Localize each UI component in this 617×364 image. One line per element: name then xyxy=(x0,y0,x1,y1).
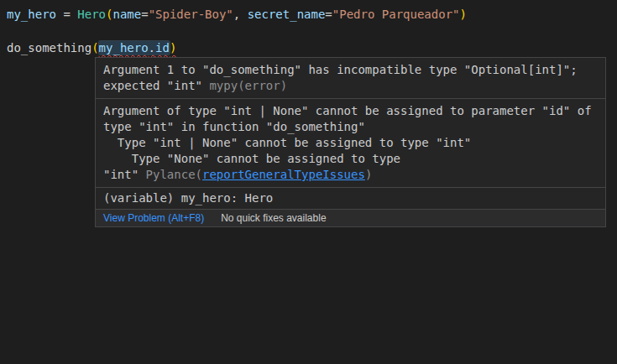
kwarg-name-token: name xyxy=(112,8,141,21)
tooltip-status-bar: View Problem (Alt+F8) No quick fixes ava… xyxy=(96,209,605,226)
code-line-blank[interactable] xyxy=(7,23,617,39)
variable-token: my_hero xyxy=(99,41,149,55)
kwarg-name-token: secret_name xyxy=(248,8,326,21)
view-problem-link[interactable]: View Problem (Alt+F8) xyxy=(103,212,204,224)
error-range: my_hero.id) xyxy=(99,41,177,55)
open-paren-token: ( xyxy=(92,41,98,55)
dot-token: . xyxy=(149,41,155,55)
variable-type-text: (variable) my_hero: Hero xyxy=(103,191,273,205)
report-general-type-issues-link[interactable]: reportGeneralTypeIssues xyxy=(202,168,365,181)
hover-tooltip: Argument 1 to "do_something" has incompa… xyxy=(95,57,606,227)
attribute-token: id xyxy=(155,41,170,55)
mypy-source-label: mypy(error) xyxy=(209,79,287,92)
variable-token: my_hero xyxy=(7,8,56,21)
comma-token: , xyxy=(233,8,248,21)
code-editor[interactable]: my_hero = Hero(name="Spider-Boy", secret… xyxy=(0,0,617,364)
mypy-diagnostic-message: Argument 1 to "do_something" has incompa… xyxy=(103,63,578,92)
code-line-3[interactable]: do_something(my_hero.id) xyxy=(7,39,617,56)
close-paren-token: ) xyxy=(170,41,176,55)
pylance-diagnostic-section: Argument of type "int | None" cannot be … xyxy=(96,98,605,187)
string-token: "Spider-Boy" xyxy=(149,8,233,21)
variable-type-info: (variable) my_hero: Hero xyxy=(96,187,605,209)
code-line-1[interactable]: my_hero = Hero(name="Spider-Boy", secret… xyxy=(7,6,617,23)
mypy-diagnostic-section: Argument 1 to "do_something" has incompa… xyxy=(96,58,605,98)
class-token: Hero xyxy=(77,8,106,21)
pylance-source-prefix: Pylance( xyxy=(146,168,202,181)
no-quick-fixes-label: No quick fixes available xyxy=(221,212,326,224)
close-paren-token: ) xyxy=(460,8,467,21)
operator-token: = xyxy=(56,8,77,21)
equals-token: = xyxy=(325,8,332,21)
equals-token: = xyxy=(141,8,148,21)
string-token: "Pedro Parqueador" xyxy=(332,8,460,21)
pylance-source-suffix: ) xyxy=(365,168,372,181)
hovered-identifier[interactable]: my_hero.id xyxy=(99,41,170,55)
function-token: do_something xyxy=(7,41,92,55)
